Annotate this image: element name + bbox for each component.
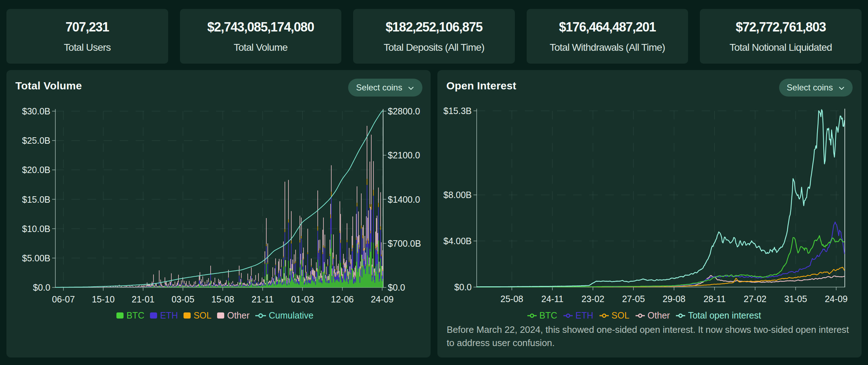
svg-text:$0.0: $0.0 bbox=[454, 282, 472, 292]
svg-text:24-11: 24-11 bbox=[541, 294, 563, 304]
svg-text:$25.0B: $25.0B bbox=[22, 135, 50, 145]
svg-text:01-03: 01-03 bbox=[291, 294, 314, 304]
svg-text:28-11: 28-11 bbox=[703, 294, 726, 304]
svg-text:$0.0: $0.0 bbox=[388, 282, 405, 292]
svg-text:$20.0B: $20.0B bbox=[22, 165, 50, 175]
svg-text:$700.0B: $700.0B bbox=[388, 238, 421, 248]
svg-text:06-07: 06-07 bbox=[52, 294, 75, 304]
svg-text:$5.00B: $5.00B bbox=[22, 253, 50, 263]
svg-text:$15.0B: $15.0B bbox=[22, 194, 50, 204]
svg-text:29-08: 29-08 bbox=[663, 294, 686, 304]
svg-text:$30.0B: $30.0B bbox=[22, 106, 50, 116]
svg-text:27-05: 27-05 bbox=[622, 294, 645, 304]
svg-text:15-08: 15-08 bbox=[211, 294, 234, 304]
svg-text:21-01: 21-01 bbox=[132, 294, 155, 304]
svg-text:21-11: 21-11 bbox=[252, 294, 274, 304]
svg-text:$10.0B: $10.0B bbox=[22, 224, 50, 234]
svg-text:12-06: 12-06 bbox=[331, 294, 354, 304]
svg-text:23-02: 23-02 bbox=[582, 294, 604, 304]
svg-text:25-08: 25-08 bbox=[501, 294, 523, 304]
svg-text:$2800.0B: $2800.0B bbox=[388, 106, 421, 116]
svg-text:15-10: 15-10 bbox=[92, 294, 115, 304]
svg-text:24-09: 24-09 bbox=[371, 294, 393, 304]
svg-text:$1400.0B: $1400.0B bbox=[388, 194, 421, 204]
svg-text:$8.00B: $8.00B bbox=[443, 190, 472, 200]
svg-text:$15.3B: $15.3B bbox=[443, 106, 472, 116]
svg-text:$4.00B: $4.00B bbox=[443, 236, 472, 246]
svg-text:03-05: 03-05 bbox=[171, 294, 194, 304]
svg-text:24-09: 24-09 bbox=[825, 294, 848, 304]
svg-text:31-05: 31-05 bbox=[784, 294, 807, 304]
svg-text:$0.0: $0.0 bbox=[33, 282, 50, 292]
svg-text:$2100.0B: $2100.0B bbox=[388, 150, 421, 160]
svg-text:27-02: 27-02 bbox=[744, 294, 767, 304]
